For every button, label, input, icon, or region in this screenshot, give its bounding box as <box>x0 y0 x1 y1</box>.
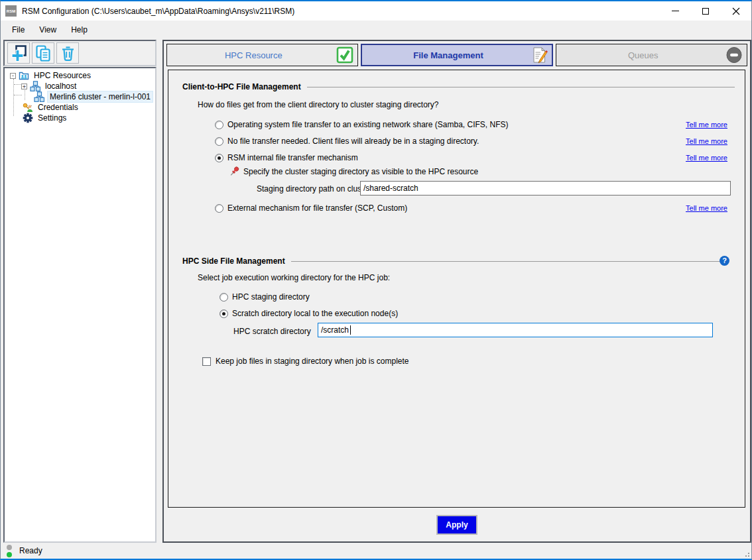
tab-queues[interactable]: Queues <box>556 44 747 66</box>
client-section-header: Client-to-HPC File Management <box>182 82 735 91</box>
hpc-resources-icon <box>19 70 29 81</box>
close-icon <box>732 7 740 15</box>
hpc-section-header: HPC Side File Management <box>182 256 722 266</box>
tree-item-label: localhost <box>43 81 78 91</box>
delete-resource-button[interactable] <box>56 42 79 64</box>
credentials-icon <box>23 102 33 113</box>
checkbox-icon <box>202 357 211 366</box>
tab-label: File Management <box>366 50 531 60</box>
section-rule <box>291 261 722 262</box>
gear-icon <box>23 113 33 123</box>
menu-help[interactable]: Help <box>64 23 95 36</box>
resource-tree: - HPC Resources + localhost <box>3 67 157 543</box>
collapse-expander[interactable]: - <box>10 73 16 79</box>
configuration-panel: HPC Resource File Management Que <box>162 40 751 543</box>
title-bar: RSM RSM Configuration (C:\Users\caubet_m… <box>1 1 751 21</box>
section-title: Client-to-HPC File Management <box>182 82 301 91</box>
staging-path-input[interactable] <box>360 181 731 196</box>
pin-note-text: Specify the cluster staging directory as… <box>243 167 478 176</box>
minimize-button[interactable] <box>660 1 690 21</box>
radio-rsm-internal-transfer[interactable]: RSM internal file transfer mechanism <box>215 153 358 162</box>
radio-label: Scratch directory local to the execution… <box>232 309 398 318</box>
menu-view[interactable]: View <box>32 23 64 36</box>
check-icon <box>336 46 353 64</box>
tell-me-more-link-4[interactable]: Tell me more <box>686 204 727 212</box>
radio-label: Operating system file transfer to an exi… <box>227 120 509 129</box>
keep-files-checkbox-row[interactable]: Keep job files in staging directory when… <box>202 357 409 366</box>
status-light-ready <box>7 552 12 557</box>
radio-icon <box>219 293 228 302</box>
cluster-icon <box>30 81 40 91</box>
apply-area: Apply <box>164 508 750 541</box>
tree-item-credentials[interactable]: Credentials <box>5 102 155 113</box>
pushpin-icon <box>229 166 240 177</box>
tab-label: Queues <box>560 50 725 60</box>
checkbox-label: Keep job files in staging directory when… <box>216 357 409 366</box>
client-question: How do files get from the client directo… <box>198 100 439 109</box>
status-light-idle <box>7 545 12 550</box>
tell-me-more-link-3[interactable]: Tell me more <box>686 154 727 162</box>
radio-icon <box>215 121 223 129</box>
status-indicator <box>7 545 12 557</box>
radio-external-transfer[interactable]: External mechanism for file transfer (SC… <box>215 203 407 213</box>
add-icon <box>10 44 28 62</box>
radio-scratch-directory[interactable]: Scratch directory local to the execution… <box>219 309 398 318</box>
tree-item-label: Settings <box>36 113 68 123</box>
radio-label: HPC staging directory <box>232 292 310 302</box>
radio-icon-selected <box>219 309 228 318</box>
section-title: HPC Side File Management <box>182 256 285 266</box>
radio-icon <box>215 137 223 146</box>
status-bar: Ready <box>1 543 751 559</box>
expand-expander[interactable]: + <box>21 84 27 89</box>
radio-icon <box>215 204 223 213</box>
menu-bar: File View Help <box>1 21 751 38</box>
menu-file[interactable]: File <box>5 23 32 36</box>
hpc-question: Select job execution working directory f… <box>198 273 390 282</box>
resize-grip[interactable] <box>743 551 750 557</box>
copy-icon <box>34 44 52 62</box>
tab-hpc-resource[interactable]: HPC Resource <box>166 44 358 66</box>
tree-item-hpc-resources[interactable]: - HPC Resources <box>5 70 155 81</box>
radio-icon-selected <box>215 154 223 162</box>
trash-icon <box>59 44 77 62</box>
section-rule <box>307 87 735 87</box>
tab-strip: HPC Resource File Management Que <box>166 44 747 66</box>
minimize-icon <box>672 11 679 11</box>
radio-label: RSM internal file transfer mechanism <box>227 153 358 162</box>
scratch-directory-label: HPC scratch directory <box>233 327 311 336</box>
radio-no-transfer[interactable]: No file transfer needed. Client files wi… <box>215 137 479 146</box>
duplicate-resource-button[interactable] <box>32 42 54 64</box>
staging-path-label: Staging directory path on cluster <box>257 184 371 194</box>
radio-label: External mechanism for file transfer (SC… <box>227 203 407 213</box>
cluster-icon <box>34 91 44 102</box>
maximize-button[interactable] <box>690 1 721 21</box>
app-icon: RSM <box>5 5 17 17</box>
rsm-configuration-window: RSM RSM Configuration (C:\Users\caubet_m… <box>0 0 752 560</box>
window-title: RSM Configuration (C:\Users\caubet_m\App… <box>22 7 294 16</box>
staging-pin-note: Specify the cluster staging directory as… <box>229 166 478 177</box>
tab-file-management[interactable]: File Management <box>361 44 554 66</box>
tell-me-more-link-1[interactable]: Tell me more <box>686 121 727 129</box>
status-text: Ready <box>19 546 42 555</box>
maximize-icon <box>702 8 709 15</box>
tree-item-settings[interactable]: Settings <box>5 113 155 123</box>
tree-item-label: Credentials <box>36 102 80 113</box>
radio-os-file-transfer[interactable]: Operating system file transfer to an exi… <box>215 120 509 129</box>
radio-label: No file transfer needed. Client files wi… <box>227 137 479 146</box>
close-button[interactable] <box>721 1 751 21</box>
tab-label: HPC Resource <box>171 50 336 60</box>
minus-circle-icon <box>725 46 743 64</box>
tree-item-localhost[interactable]: + localhost <box>5 81 155 91</box>
help-icon[interactable]: ? <box>720 256 729 266</box>
radio-hpc-staging-directory[interactable]: HPC staging directory <box>219 292 310 302</box>
text-cursor <box>350 325 351 335</box>
add-resource-button[interactable] <box>7 42 30 64</box>
hpc-scratch-directory-input[interactable] <box>318 323 713 337</box>
tell-me-more-link-2[interactable]: Tell me more <box>686 137 727 145</box>
tree-item-merlin6-cluster[interactable]: Merlin6 cluster - merlin-l-001 <box>5 91 155 102</box>
resource-toolbar <box>3 40 157 66</box>
edit-icon <box>531 46 548 64</box>
apply-button[interactable]: Apply <box>436 515 477 535</box>
tree-item-label-selected: Merlin6 cluster - merlin-l-001 <box>47 91 153 103</box>
tree-item-label: HPC Resources <box>32 70 93 81</box>
